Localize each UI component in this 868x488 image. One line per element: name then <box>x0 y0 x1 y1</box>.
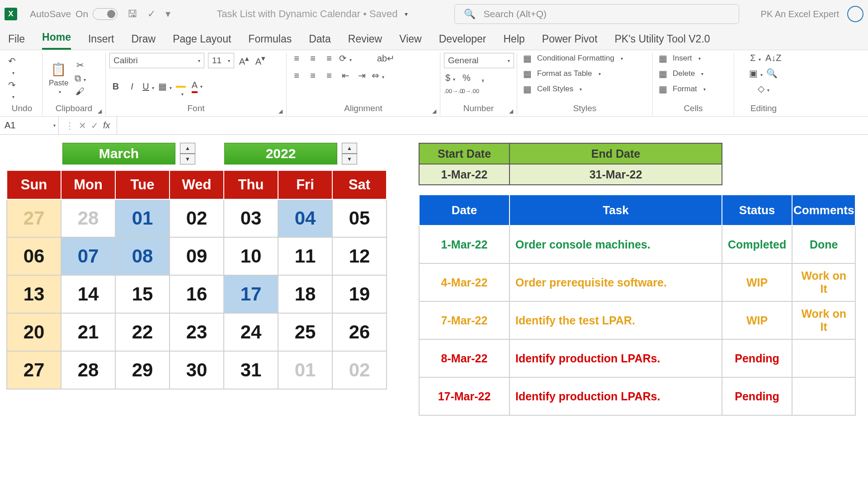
find-icon[interactable]: 🔍 <box>765 68 778 79</box>
calendar-cell[interactable]: 11 <box>278 237 332 275</box>
spinner-down-icon[interactable]: ▼ <box>342 154 357 164</box>
calendar-cell[interactable]: 27 <box>7 351 61 389</box>
align-center-icon[interactable]: ≡ <box>307 70 319 81</box>
underline-button[interactable]: U▾ <box>142 81 155 92</box>
task-cell[interactable]: WIP <box>722 301 792 339</box>
table-row[interactable]: 17-Mar-22Identify production LPARs.Pendi… <box>419 377 855 415</box>
increase-decimal-icon[interactable]: .00→.0 <box>444 88 457 94</box>
calendar-cell[interactable]: 13 <box>7 275 61 313</box>
tab-insert[interactable]: Insert <box>88 33 114 50</box>
calendar-cell[interactable]: 16 <box>170 275 224 313</box>
calendar-cell[interactable]: 29 <box>115 351 170 389</box>
calendar-cell[interactable]: 27 <box>7 199 61 237</box>
task-cell[interactable]: Work on It <box>792 301 855 339</box>
task-cell[interactable]: Order prerequisite software. <box>509 263 722 301</box>
italic-button[interactable]: I <box>126 81 138 92</box>
format-painter-icon[interactable]: 🖌 <box>74 86 86 97</box>
calendar-cell[interactable]: 02 <box>332 351 387 389</box>
calendar-cell[interactable]: 14 <box>61 275 115 313</box>
calendar-cell[interactable]: 22 <box>115 313 170 351</box>
task-cell[interactable]: Identify production LPARs. <box>509 377 722 415</box>
undo-icon[interactable]: ↶ ▾ <box>5 56 18 77</box>
tab-pk-s-utility-tool-v2-0[interactable]: PK's Utility Tool V2.0 <box>615 33 710 50</box>
cut-icon[interactable]: ✂ <box>74 60 86 70</box>
chevron-down-icon[interactable]: ▾ <box>405 10 408 18</box>
task-cell[interactable]: Pending <box>722 339 792 377</box>
task-cell[interactable] <box>792 377 855 415</box>
task-cell[interactable] <box>792 339 855 377</box>
insert-button[interactable]: ▦Insert▾ <box>656 53 701 64</box>
task-cell[interactable]: WIP <box>722 263 792 301</box>
end-date-cell[interactable]: 31-Mar-22 <box>509 164 722 185</box>
tab-help[interactable]: Help <box>504 33 525 50</box>
font-name-select[interactable]: Calibri▾ <box>109 53 204 68</box>
chevron-down-icon[interactable]: ▾ <box>165 8 170 20</box>
sort-filter-icon[interactable]: A↓Z <box>765 53 778 63</box>
bold-button[interactable]: B <box>109 81 122 92</box>
task-cell[interactable]: 1-Mar-22 <box>419 225 509 263</box>
increase-indent-icon[interactable]: ⇥ <box>355 70 368 81</box>
calendar-cell[interactable]: 09 <box>170 237 224 275</box>
table-row[interactable]: 7-Mar-22Identify the test LPAR.WIPWork o… <box>419 301 855 339</box>
table-row[interactable]: 1-Mar-22Order console machines.Completed… <box>419 225 855 263</box>
start-date-cell[interactable]: 1-Mar-22 <box>419 164 509 185</box>
comma-icon[interactable]: , <box>476 73 489 83</box>
tab-page-layout[interactable]: Page Layout <box>173 33 231 50</box>
orientation-icon[interactable]: ⟳▾ <box>339 53 352 64</box>
fx-icon[interactable]: fx <box>103 120 110 131</box>
quick-access-icon[interactable]: ✓ <box>147 8 156 20</box>
align-left-icon[interactable]: ≡ <box>290 70 303 81</box>
copy-icon[interactable]: ⧉▾ <box>74 73 86 84</box>
tab-file[interactable]: File <box>8 33 25 50</box>
cancel-icon[interactable]: ✕ <box>79 120 86 131</box>
task-cell[interactable]: Order console machines. <box>509 225 722 263</box>
decrease-decimal-icon[interactable]: .0→.00 <box>460 88 473 94</box>
fill-icon[interactable]: ▣▾ <box>749 68 762 79</box>
task-cell[interactable]: Identify production LPARs. <box>509 339 722 377</box>
tab-home[interactable]: Home <box>42 31 71 50</box>
calendar-cell[interactable]: 07 <box>61 237 115 275</box>
calendar-cell[interactable]: 30 <box>170 351 224 389</box>
conditional-formatting-button[interactable]: ▦Conditional Formatting▾ <box>521 53 623 64</box>
year-spinner[interactable]: ▲ ▼ <box>342 143 357 164</box>
toggle-switch-icon[interactable] <box>93 8 118 20</box>
tab-data[interactable]: Data <box>309 33 331 50</box>
tab-review[interactable]: Review <box>348 33 382 50</box>
calendar-cell[interactable]: 08 <box>115 237 170 275</box>
calendar-cell[interactable]: 18 <box>278 275 332 313</box>
tab-formulas[interactable]: Formulas <box>248 33 292 50</box>
calendar-cell[interactable]: 28 <box>61 199 115 237</box>
autosave-toggle[interactable]: AutoSave On <box>30 8 118 20</box>
spinner-up-icon[interactable]: ▲ <box>342 143 357 154</box>
wrap-text-icon[interactable]: ab↵ <box>377 53 390 64</box>
align-right-icon[interactable]: ≡ <box>323 70 335 81</box>
worksheet[interactable]: March ▲ ▼ 2022 ▲ ▼ SunMonTueWedThuFriSat… <box>0 135 868 416</box>
font-color-icon[interactable]: A▾ <box>191 80 203 93</box>
calendar-cell[interactable]: 23 <box>170 313 224 351</box>
task-cell[interactable]: Done <box>792 225 855 263</box>
document-title[interactable]: Task List with Dynamic Calendar • Saved … <box>170 8 454 20</box>
tab-draw[interactable]: Draw <box>132 33 156 50</box>
tab-developer[interactable]: Developer <box>439 33 486 50</box>
calendar-cell[interactable]: 25 <box>278 313 332 351</box>
align-middle-icon[interactable]: ≡ <box>307 53 319 64</box>
currency-icon[interactable]: $▾ <box>444 73 457 83</box>
align-top-icon[interactable]: ≡ <box>290 53 303 64</box>
redo-icon[interactable]: ↷ ▾ <box>5 80 18 101</box>
name-box[interactable]: A1▾ <box>0 117 59 134</box>
decrease-font-icon[interactable]: A▾ <box>254 54 267 67</box>
delete-button[interactable]: ▦Delete▾ <box>656 68 703 79</box>
border-icon[interactable]: ▦▾ <box>158 81 171 92</box>
table-row[interactable]: 8-Mar-22Identify production LPARs.Pendin… <box>419 339 855 377</box>
calendar-cell[interactable]: 02 <box>170 199 224 237</box>
calendar-cell[interactable]: 17 <box>224 275 278 313</box>
tab-power-pivot[interactable]: Power Pivot <box>542 33 598 50</box>
task-cell[interactable]: 8-Mar-22 <box>419 339 509 377</box>
calendar-cell[interactable]: 01 <box>115 199 170 237</box>
calendar-cell[interactable]: 05 <box>332 199 387 237</box>
task-cell[interactable]: Work on It <box>792 263 855 301</box>
avatar[interactable] <box>847 6 863 22</box>
tab-view[interactable]: View <box>399 33 421 50</box>
calendar-cell[interactable]: 15 <box>115 275 170 313</box>
calendar-cell[interactable]: 28 <box>61 351 115 389</box>
